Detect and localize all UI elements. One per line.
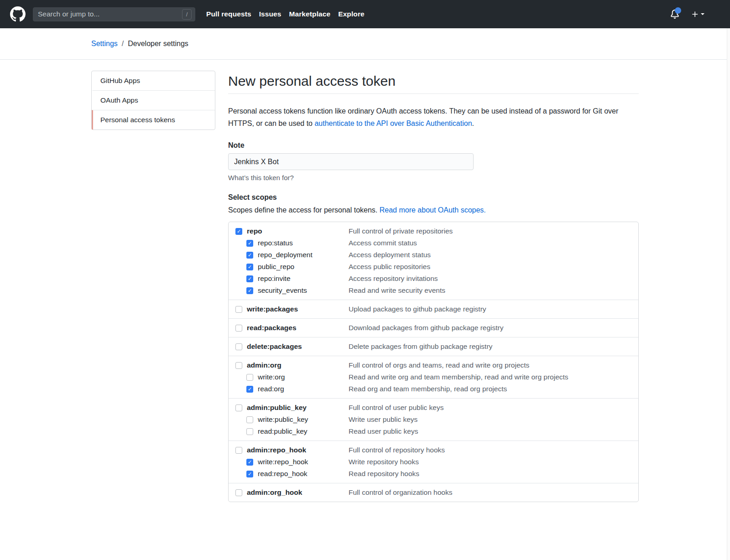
checked-checkbox-public-repo[interactable]: ✓ (246, 264, 253, 270)
checked-checkbox-repo-invite[interactable]: ✓ (246, 275, 253, 282)
scope-name: read:packages (247, 324, 297, 332)
nav-item-pull-requests[interactable]: Pull requests (206, 10, 251, 18)
scope-row-read-repo-hook: ✓read:repo_hookRead repository hooks (235, 468, 631, 480)
scope-group: admin:org_hookFull control of organizati… (229, 483, 638, 502)
scope-group: ✓repoFull control of private repositorie… (229, 222, 638, 300)
slash-shortcut-key: / (182, 9, 192, 20)
scope-name: repo:status (258, 239, 293, 247)
checked-checkbox-read-org[interactable]: ✓ (246, 386, 253, 393)
scope-description: Read and write security events (349, 286, 445, 295)
unchecked-checkbox-write-packages[interactable] (235, 306, 242, 313)
scope-row-admin-public-key: admin:public_keyFull control of user pub… (235, 402, 631, 414)
scope-left-cell: read:public_key (235, 427, 349, 436)
notifications-button[interactable] (670, 10, 679, 19)
content-container: GitHub AppsOAuth AppsPersonal access tok… (91, 71, 639, 502)
scope-group: admin:public_keyFull control of user pub… (229, 398, 638, 441)
scope-description: Download packages from github package re… (349, 324, 503, 332)
top-header: / Pull requestsIssuesMarketplaceExplore (0, 0, 730, 28)
scope-description: Read repository hooks (349, 470, 419, 478)
scope-left-cell: admin:repo_hook (235, 446, 349, 454)
caret-down-icon (701, 13, 704, 15)
scope-left-cell: admin:org_hook (235, 488, 349, 497)
scope-description: Read user public keys (349, 427, 418, 436)
nav-item-explore[interactable]: Explore (338, 10, 365, 18)
unchecked-checkbox-read-public-key[interactable] (246, 428, 253, 435)
scope-description: Access repository invitations (349, 275, 438, 283)
page-title: New personal access token (228, 71, 639, 94)
scopes-list: ✓repoFull control of private repositorie… (228, 222, 639, 502)
scope-row-write-org: write:orgRead and write org and team mem… (235, 371, 631, 383)
scope-description: Full control of organization hooks (349, 488, 452, 497)
sidebar-item-github-apps[interactable]: GitHub Apps (92, 71, 215, 90)
scope-description: Delete packages from github package regi… (349, 342, 492, 351)
search-box: / (33, 7, 195, 21)
scope-left-cell: admin:org (235, 361, 349, 369)
scope-row-admin-org: admin:orgFull control of orgs and teams,… (235, 359, 631, 371)
unchecked-checkbox-admin-org-hook[interactable] (235, 489, 242, 496)
scope-row-delete-packages: delete:packagesDelete packages from gith… (235, 341, 631, 353)
sidebar-item-oauth-apps[interactable]: OAuth Apps (92, 90, 215, 110)
scope-name: read:org (258, 385, 284, 393)
scope-group: delete:packagesDelete packages from gith… (229, 337, 638, 356)
scope-row-read-packages: read:packagesDownload packages from gith… (235, 322, 631, 334)
unchecked-checkbox-read-packages[interactable] (235, 325, 242, 332)
scope-left-cell: ✓repo_deployment (235, 251, 349, 259)
scope-description: Access commit status (349, 239, 417, 247)
breadcrumb-settings-link[interactable]: Settings (91, 40, 118, 48)
intro-text-suffix: . (472, 119, 474, 127)
scope-group: admin:orgFull control of orgs and teams,… (229, 356, 638, 398)
scope-left-cell: delete:packages (235, 342, 349, 351)
checked-checkbox-repo-deployment[interactable]: ✓ (246, 252, 253, 259)
breadcrumb-separator: / (122, 40, 124, 48)
nav-item-marketplace[interactable]: Marketplace (289, 10, 331, 18)
nav-item-issues[interactable]: Issues (259, 10, 282, 18)
note-label: Note (228, 141, 639, 150)
checked-checkbox-security-events[interactable]: ✓ (246, 287, 253, 294)
scope-row-repo: ✓repoFull control of private repositorie… (235, 225, 631, 237)
scope-description: Full control of private repositories (349, 227, 453, 235)
header-nav: Pull requestsIssuesMarketplaceExplore (206, 10, 372, 18)
scope-name: write:repo_hook (258, 458, 308, 466)
sidebar-item-personal-access-tokens[interactable]: Personal access tokens (92, 110, 215, 130)
vertical-scrollbar[interactable] (727, 28, 730, 560)
scope-name: read:repo_hook (258, 470, 308, 478)
basic-auth-link[interactable]: authenticate to the API over Basic Authe… (314, 119, 472, 127)
breadcrumb-current: Developer settings (128, 40, 188, 48)
scope-left-cell: read:packages (235, 324, 349, 332)
scope-description: Read and write org and team membership, … (349, 373, 568, 381)
scope-left-cell: admin:public_key (235, 404, 349, 412)
scope-name: write:packages (247, 305, 298, 313)
create-new-button[interactable] (691, 10, 704, 18)
select-scopes-heading: Select scopes (228, 193, 639, 202)
note-input[interactable] (228, 153, 474, 170)
scope-description: Access deployment status (349, 251, 431, 259)
unchecked-checkbox-delete-packages[interactable] (235, 343, 242, 350)
scope-left-cell: ✓read:repo_hook (235, 470, 349, 478)
scopes-description: Scopes define the access for personal to… (228, 206, 639, 214)
checked-checkbox-repo-status[interactable]: ✓ (246, 240, 253, 247)
checked-checkbox-read-repo-hook[interactable]: ✓ (246, 471, 253, 477)
scope-name: write:public_key (258, 415, 308, 424)
scope-row-read-org: ✓read:orgRead org and team membership, r… (235, 383, 631, 395)
unchecked-checkbox-write-org[interactable] (246, 374, 253, 381)
unchecked-checkbox-admin-public-key[interactable] (235, 404, 242, 411)
github-octocat-logo-icon[interactable] (10, 6, 26, 22)
oauth-scopes-link[interactable]: Read more about OAuth scopes. (380, 206, 486, 214)
scope-row-write-packages: write:packagesUpload packages to github … (235, 303, 631, 315)
unchecked-checkbox-write-public-key[interactable] (246, 416, 253, 423)
unchecked-checkbox-admin-org[interactable] (235, 362, 242, 369)
scope-row-security-events: ✓security_eventsRead and write security … (235, 285, 631, 296)
checked-checkbox-repo[interactable]: ✓ (235, 228, 242, 235)
scope-group: admin:repo_hookFull control of repositor… (229, 441, 638, 483)
scope-name: repo (247, 227, 262, 235)
scope-description: Full control of repository hooks (349, 446, 445, 454)
unchecked-checkbox-admin-repo-hook[interactable] (235, 447, 242, 454)
scope-name: admin:public_key (247, 404, 307, 412)
scope-description: Full control of user public keys (349, 404, 443, 412)
search-input[interactable] (38, 10, 182, 18)
note-help-text: What’s this token for? (228, 174, 639, 181)
breadcrumb: Settings / Developer settings (91, 40, 639, 48)
checked-checkbox-write-repo-hook[interactable]: ✓ (246, 459, 253, 466)
scope-row-repo-invite: ✓repo:inviteAccess repository invitation… (235, 273, 631, 285)
scope-left-cell: ✓read:org (235, 385, 349, 393)
